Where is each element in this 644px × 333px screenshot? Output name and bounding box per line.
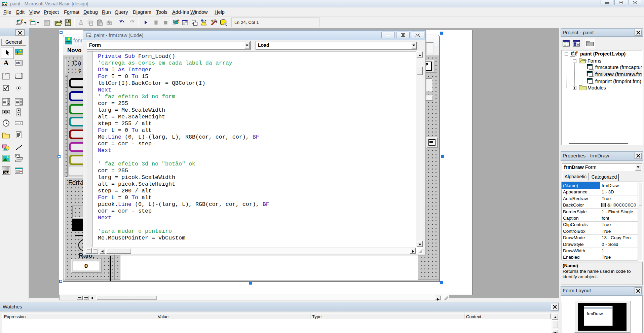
svg-text:ab: ab — [16, 61, 20, 65]
svg-text:A: A — [3, 59, 9, 67]
svg-text:OLE: OLE — [4, 171, 10, 174]
svg-text:xy: xy — [3, 72, 6, 75]
